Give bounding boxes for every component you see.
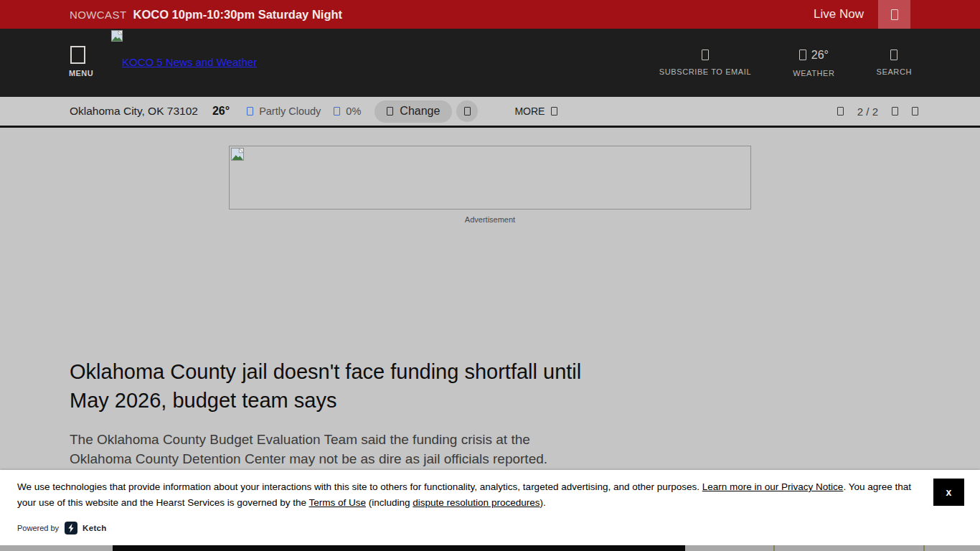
below-fold-strip	[0, 545, 980, 551]
hamburger-icon	[70, 46, 85, 64]
search-icon	[890, 50, 897, 60]
gps-icon	[464, 107, 471, 116]
condition-text: Partly Cloudy	[259, 105, 321, 117]
broken-image-icon	[231, 148, 244, 161]
change-label: Change	[400, 105, 440, 118]
alert-page-count: 2 / 2	[857, 105, 878, 118]
consent-text-4: ).	[540, 497, 545, 508]
terms-of-use-link[interactable]: Terms of Use	[308, 497, 366, 508]
strip-tick	[923, 545, 925, 551]
play-icon	[891, 9, 898, 20]
condition-group: Partly Cloudy	[247, 105, 321, 117]
search-label: SEARCH	[877, 67, 912, 76]
current-temperature: 26°	[212, 105, 230, 118]
subscribe-to-email-button[interactable]: SUBSCRIBE TO EMAIL	[659, 50, 751, 76]
ketch-logo-icon	[65, 522, 77, 534]
ketch-label: Ketch	[83, 524, 106, 532]
powered-by-row: Powered by Ketch	[17, 522, 107, 534]
broken-image-icon	[111, 30, 123, 44]
close-banner-button[interactable]: x	[933, 479, 964, 506]
menu-label: MENU	[69, 69, 93, 77]
nowcast-promo[interactable]: NOWCAST KOCO 10pm-10:30pm Saturday Night	[70, 8, 342, 22]
header-temperature: 26°	[811, 49, 829, 62]
more-label: MORE	[514, 105, 545, 117]
next-arrow-icon[interactable]	[892, 107, 898, 116]
article-headline: Oklahoma County jail doesn't face fundin…	[70, 357, 665, 415]
nowcast-title: KOCO 10pm-10:30pm Saturday Night	[133, 8, 342, 22]
subhead-line-1: The Oklahoma County Budget Evaluation Te…	[70, 430, 665, 449]
condition-icon	[247, 107, 253, 116]
weather-nav-button[interactable]: 26° WEATHER	[793, 49, 834, 77]
location-text: Oklahoma City, OK 73102	[70, 105, 198, 118]
live-now-button[interactable]	[878, 0, 910, 29]
precip-icon	[334, 107, 340, 116]
weather-icon	[799, 50, 806, 60]
site-logo-link[interactable]: KOCO 5 News and Weather	[122, 56, 257, 68]
change-location-button[interactable]: Change	[374, 100, 452, 123]
strip-tick	[773, 545, 775, 551]
precip-text: 0%	[346, 105, 361, 117]
dispute-resolution-link[interactable]: dispute resolution procedures	[413, 497, 540, 508]
more-menu-button[interactable]: MORE	[514, 105, 557, 117]
chevron-down-icon	[551, 107, 557, 116]
subhead-line-2: Oklahoma County Detention Center may not…	[70, 449, 665, 468]
nowcast-bar: NOWCAST KOCO 10pm-10:30pm Saturday Night…	[0, 0, 980, 29]
search-button[interactable]: SEARCH	[877, 50, 912, 76]
weather-bar: Oklahoma City, OK 73102 26° Partly Cloud…	[0, 97, 980, 128]
powered-by-label: Powered by	[17, 524, 59, 532]
article-subhead: The Oklahoma County Budget Evaluation Te…	[70, 430, 665, 468]
close-alert-icon[interactable]	[912, 107, 918, 116]
location-pin-icon	[387, 107, 393, 116]
browser-viewport: NOWCAST KOCO 10pm-10:30pm Saturday Night…	[0, 0, 980, 551]
precip-group: 0%	[334, 105, 361, 117]
menu-button[interactable]: MENU	[69, 46, 98, 77]
subscribe-label: SUBSCRIBE TO EMAIL	[659, 67, 751, 76]
video-strip	[113, 545, 685, 551]
cookie-consent-text: We use technologies that provide informa…	[17, 479, 914, 510]
headline-line-2: May 2026, budget team says	[70, 386, 665, 415]
alert-pager: 2 / 2	[837, 105, 918, 118]
consent-text-1: We use technologies that provide informa…	[17, 481, 702, 492]
prev-arrow-icon[interactable]	[837, 107, 844, 116]
weather-label: WEATHER	[793, 69, 834, 77]
article: Oklahoma County jail doesn't face fundin…	[70, 357, 665, 468]
header-nav: SUBSCRIBE TO EMAIL 26° WEATHER SEARCH	[659, 29, 912, 97]
privacy-notice-link[interactable]: Learn more in our Privacy Notice	[702, 481, 844, 492]
consent-text-3: (including	[366, 497, 413, 508]
site-header: MENU KOCO 5 News and Weather SUBSCRIBE T…	[0, 29, 980, 97]
advertisement-caption: Advertisement	[229, 215, 751, 224]
headline-line-1: Oklahoma County jail doesn't face fundin…	[70, 357, 665, 386]
email-icon	[702, 50, 709, 60]
ad-banner[interactable]	[229, 146, 751, 209]
nowcast-kicker: NOWCAST	[70, 9, 126, 21]
cookie-consent-banner: We use technologies that provide informa…	[0, 470, 980, 545]
use-my-location-button[interactable]	[456, 100, 478, 122]
live-now-group: Live Now	[814, 0, 910, 29]
ketch-link[interactable]: Ketch	[65, 522, 106, 534]
live-now-link[interactable]: Live Now	[814, 7, 864, 22]
